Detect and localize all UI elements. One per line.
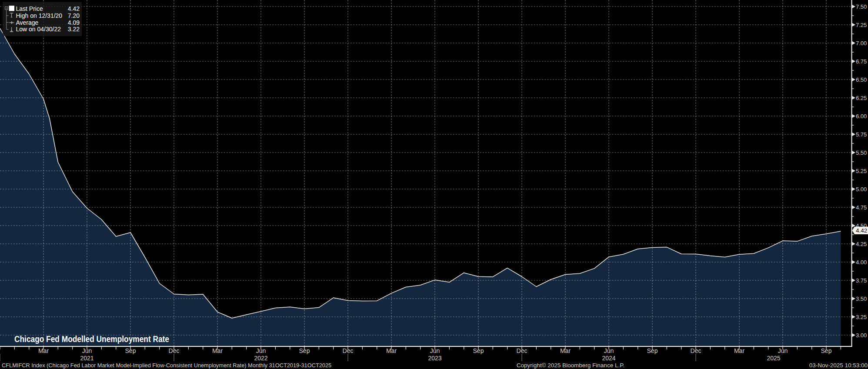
svg-text:Sep: Sep xyxy=(647,347,658,354)
svg-text:Dec: Dec xyxy=(343,347,354,354)
svg-text:Sep: Sep xyxy=(821,347,832,354)
svg-text:4.75: 4.75 xyxy=(856,204,867,211)
svg-text:Mar: Mar xyxy=(212,347,223,354)
svg-text:2022: 2022 xyxy=(254,355,267,362)
svg-text:Low on 04/30/22: Low on 04/30/22 xyxy=(16,26,61,33)
svg-text:Sep: Sep xyxy=(299,347,310,354)
svg-text:Copyright© 2025 Bloomberg Fina: Copyright© 2025 Bloomberg Finance L.P. xyxy=(517,362,624,369)
svg-text:5.50: 5.50 xyxy=(856,150,867,156)
svg-text:2025: 2025 xyxy=(767,355,780,362)
svg-text:7.20: 7.20 xyxy=(68,12,80,19)
svg-text:6.75: 6.75 xyxy=(856,58,867,65)
svg-text:4.42: 4.42 xyxy=(68,5,80,12)
svg-text:Mar: Mar xyxy=(734,347,744,354)
svg-text:6.50: 6.50 xyxy=(856,76,867,83)
svg-text:Chicago Fed Modelled Unemploym: Chicago Fed Modelled Unemployment Rate xyxy=(14,334,169,344)
svg-text:3.25: 3.25 xyxy=(856,314,867,320)
svg-text:2024: 2024 xyxy=(602,355,615,362)
svg-text:Mar: Mar xyxy=(560,347,571,354)
svg-text:Dec: Dec xyxy=(169,347,180,354)
svg-text:6.00: 6.00 xyxy=(856,113,867,120)
svg-text:7.50: 7.50 xyxy=(856,3,867,10)
svg-text:Dec: Dec xyxy=(691,347,701,354)
svg-text:High on 12/31/20: High on 12/31/20 xyxy=(16,12,63,19)
svg-text:Average: Average xyxy=(16,19,39,26)
svg-text:5.75: 5.75 xyxy=(856,131,867,138)
svg-text:Mar: Mar xyxy=(38,347,49,354)
svg-text:Sep: Sep xyxy=(473,347,484,354)
svg-text:3.00: 3.00 xyxy=(856,332,867,339)
svg-text:6.25: 6.25 xyxy=(856,95,867,101)
svg-text:Dec: Dec xyxy=(517,347,527,354)
svg-text:Jun: Jun xyxy=(256,347,266,354)
svg-text:4.42: 4.42 xyxy=(856,227,867,234)
svg-text:CFLMIFCR Index (Chicago Fed La: CFLMIFCR Index (Chicago Fed Labor Market… xyxy=(2,362,331,369)
svg-text:Mar: Mar xyxy=(386,347,397,354)
svg-text:4.00: 4.00 xyxy=(856,259,867,266)
svg-text:7.00: 7.00 xyxy=(856,40,867,47)
svg-text:3.22: 3.22 xyxy=(68,26,80,33)
svg-text:2023: 2023 xyxy=(428,355,441,362)
svg-text:Last Price: Last Price xyxy=(16,5,43,12)
svg-text:5.25: 5.25 xyxy=(856,168,867,174)
svg-text:5.00: 5.00 xyxy=(856,186,867,193)
svg-text:4.25: 4.25 xyxy=(856,241,867,247)
svg-text:2021: 2021 xyxy=(80,355,93,362)
svg-text:4.09: 4.09 xyxy=(68,19,80,26)
svg-text:Jun: Jun xyxy=(82,347,92,354)
svg-text:Jun: Jun xyxy=(430,347,440,354)
svg-text:Jun: Jun xyxy=(604,347,614,354)
svg-text:3.50: 3.50 xyxy=(856,296,867,302)
svg-text:7.25: 7.25 xyxy=(856,22,867,28)
svg-text:03-Nov-2025 10:53:00: 03-Nov-2025 10:53:00 xyxy=(809,362,868,369)
svg-text:Jun: Jun xyxy=(778,347,788,354)
svg-text:Sep: Sep xyxy=(125,347,136,354)
svg-text:3.75: 3.75 xyxy=(856,277,867,284)
